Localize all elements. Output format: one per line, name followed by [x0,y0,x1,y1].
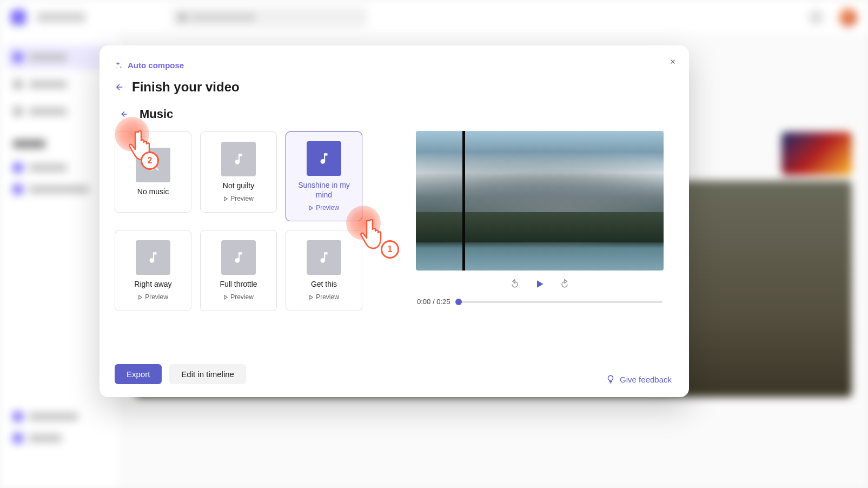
preview-split-indicator [462,131,465,271]
music-icon [307,240,341,275]
music-card-not-guilty[interactable]: Not guilty Preview [200,131,277,213]
close-button[interactable] [665,54,680,69]
section-back-arrow-icon[interactable] [117,107,132,122]
playback-time: 0:00 / 0:25 [417,298,450,306]
music-card-no-music[interactable]: No music [115,131,191,213]
music-preview-button[interactable]: Preview [309,204,339,212]
auto-compose-breadcrumb[interactable]: Auto compose [115,61,382,70]
music-icon [221,240,256,275]
skip-forward-button[interactable] [559,278,571,290]
music-preview-button[interactable]: Preview [223,293,254,301]
auto-compose-modal: Auto compose Finish your video Music No … [100,45,689,397]
export-button[interactable]: Export [115,364,162,384]
auto-compose-label: Auto compose [128,61,184,70]
music-name: Right away [134,279,171,289]
music-card-right-away[interactable]: Right away Preview [115,230,191,311]
music-preview-button[interactable]: Preview [309,293,339,301]
music-name: Not guilty [223,181,254,190]
edit-in-timeline-button[interactable]: Edit in timeline [169,364,246,384]
music-name: Full throttle [220,279,257,289]
back-arrow-icon[interactable] [115,82,124,92]
music-card-get-this[interactable]: Get this Preview [286,230,362,311]
give-feedback-button[interactable]: Give feedback [408,374,672,384]
music-preview-button[interactable]: Preview [138,293,168,301]
music-card-sunshine[interactable]: Sunshine in my mind Preview [286,131,362,221]
feedback-label: Give feedback [620,375,672,384]
section-title: Music [140,107,173,121]
skip-back-button[interactable] [509,278,521,290]
video-preview[interactable] [416,131,664,271]
lightbulb-icon [606,374,615,384]
music-name: Sunshine in my mind [289,180,359,200]
sparkle-icon [115,62,122,69]
music-card-full-throttle[interactable]: Full throttle Preview [200,230,277,311]
music-icon [307,141,341,176]
music-icon [136,240,170,275]
music-grid: No music Not guilty Preview Sunshine in … [115,131,382,311]
timeline-slider[interactable] [458,301,662,303]
no-music-icon [136,148,170,182]
music-preview-button[interactable]: Preview [223,195,254,202]
modal-right-panel: 0:00 / 0:25 Give feedback [397,45,689,397]
music-name: Get this [311,279,337,289]
timeline-thumb[interactable] [455,299,462,305]
modal-left-panel: Auto compose Finish your video Music No … [100,45,397,397]
modal-title: Finish your video [132,80,240,95]
music-name: No music [137,187,169,196]
play-button[interactable] [534,278,546,290]
music-icon [221,142,256,176]
